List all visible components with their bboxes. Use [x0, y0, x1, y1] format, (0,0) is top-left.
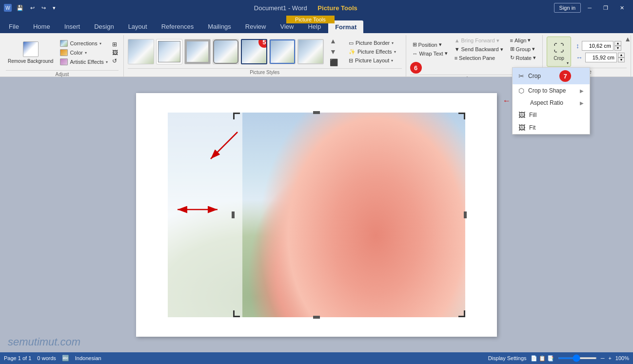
crop-to-shape-menu-item[interactable]: ⬡ Crop to Shape ▶: [513, 84, 590, 97]
styles-up-button[interactable]: ▲: [328, 36, 340, 46]
tab-format[interactable]: Format: [328, 20, 363, 34]
undo-qat-button[interactable]: ↩: [28, 4, 37, 12]
height-icon: ↕: [576, 42, 579, 50]
crop-handle-top-left[interactable]: [233, 113, 240, 119]
save-qat-button[interactable]: 💾: [15, 4, 25, 12]
style-thumb-6[interactable]: [269, 39, 296, 64]
customize-qat-button[interactable]: ▾: [51, 4, 58, 12]
styles-more-button[interactable]: ⬛: [328, 57, 340, 67]
style-thumb-7[interactable]: [297, 39, 324, 64]
corrections-dropdown-icon: ▾: [99, 41, 101, 46]
crop-handle-bottom-middle[interactable]: [313, 316, 320, 319]
rotate-button[interactable]: ↻ Rotate ▾: [508, 54, 538, 62]
picture-effects-dropdown-icon: ▾: [394, 50, 396, 54]
selection-pane-button[interactable]: ≡ Selection Pane: [452, 54, 506, 62]
sign-in-button[interactable]: Sign in: [554, 3, 581, 13]
tab-file[interactable]: File: [2, 20, 26, 33]
picture-effects-label: Picture Effects: [357, 49, 392, 55]
zoom-slider[interactable]: [558, 357, 597, 359]
tab-layout[interactable]: Layout: [121, 20, 154, 33]
wrap-text-dropdown-icon: ▾: [445, 50, 448, 57]
close-button[interactable]: ✕: [615, 3, 629, 13]
tab-mailings[interactable]: Mailings: [201, 20, 238, 33]
height-increment-button[interactable]: ▲: [614, 41, 621, 46]
zoom-plus-icon[interactable]: +: [608, 355, 611, 361]
align-icon: ≡: [510, 38, 513, 43]
height-input[interactable]: [582, 41, 613, 51]
width-decrement-button[interactable]: ▼: [618, 57, 625, 62]
send-backward-button[interactable]: ▼ Send Backward ▾: [452, 45, 506, 54]
rotate-dropdown-icon: ▾: [533, 55, 536, 61]
picture-border-dropdown-icon: ▾: [392, 41, 394, 45]
status-bar-right: Display Settings 📄 📋 📑 ─ + 100%: [488, 355, 629, 362]
title-bar-left: W 💾 ↩ ↪ ▾: [4, 4, 58, 12]
tab-help[interactable]: Help: [301, 20, 328, 33]
picture-styles-grid: 5: [128, 39, 324, 64]
change-picture-icon: 🖼: [112, 49, 118, 56]
align-button[interactable]: ≡ Align ▾: [508, 36, 538, 44]
picture-effects-button[interactable]: ✨ Picture Effects ▾: [346, 48, 399, 56]
artistic-effects-dropdown-icon: ▾: [106, 60, 108, 64]
styles-down-button[interactable]: ▼: [328, 47, 340, 57]
style-thumb-5[interactable]: 5: [241, 39, 267, 64]
tab-home[interactable]: Home: [26, 20, 57, 33]
wrap-text-button[interactable]: ↔ Wrap Text ▾: [410, 49, 450, 57]
minimize-button[interactable]: ─: [583, 3, 596, 13]
color-button[interactable]: Color ▾: [57, 48, 110, 57]
collapse-ribbon-button[interactable]: ▲: [624, 35, 631, 43]
corrections-button[interactable]: Corrections ▾: [57, 39, 110, 48]
reset-picture-button[interactable]: ↺: [112, 57, 119, 65]
tab-review[interactable]: Review: [238, 20, 273, 33]
display-settings-button[interactable]: Display Settings: [488, 355, 527, 361]
group-dropdown-icon: ▾: [532, 46, 535, 52]
status-bar: Page 1 of 1 0 words 🔤 Indonesian Display…: [0, 352, 633, 364]
height-decrement-button[interactable]: ▼: [614, 46, 621, 51]
crop-handle-middle-right[interactable]: [464, 211, 467, 218]
tab-design[interactable]: Design: [87, 20, 120, 33]
corrections-label: Corrections: [70, 40, 97, 46]
tab-references[interactable]: References: [155, 20, 200, 33]
style-thumb-2[interactable]: [156, 39, 182, 64]
crop-dropdown-icon: ▾: [567, 61, 569, 65]
page-indicator: Page 1 of 1: [4, 355, 31, 361]
change-picture-button[interactable]: 🖼: [112, 49, 119, 57]
crop-menu-item[interactable]: ✂ Crop 7 ←: [513, 68, 590, 84]
fit-menu-item[interactable]: 🖼 Fit: [513, 121, 590, 134]
group-button[interactable]: ⊞ Group ▾: [508, 45, 538, 53]
tab-view[interactable]: View: [273, 20, 300, 33]
tab-insert[interactable]: Insert: [58, 20, 87, 33]
selection-pane-icon: ≡: [455, 55, 457, 61]
fill-menu-item[interactable]: 🖼 Fill: [513, 109, 590, 121]
width-input[interactable]: [585, 53, 617, 62]
bring-forward-button[interactable]: ▲ Bring Forward ▾: [452, 37, 506, 45]
crop-button[interactable]: ⛶ Crop ▾: [547, 37, 571, 67]
color-icon: [60, 49, 68, 56]
crop-handle-bottom-left[interactable]: [233, 310, 240, 317]
picture-border-icon: ▭: [349, 40, 354, 46]
width-increment-button[interactable]: ▲: [618, 53, 625, 57]
position-button[interactable]: ⊞ Position ▾: [410, 40, 450, 49]
crop-handle-top-middle[interactable]: [313, 111, 320, 114]
remove-background-icon: [23, 41, 39, 57]
remove-bg-label: Remove Background: [8, 58, 53, 64]
picture-layout-button[interactable]: ⊟ Picture Layout ▾: [346, 57, 399, 65]
crop-handle-bottom-right[interactable]: [458, 310, 465, 317]
step-7-badge: 7: [559, 70, 571, 82]
send-backward-icon: ▼: [455, 46, 460, 52]
restore-button[interactable]: ❐: [598, 3, 613, 13]
style-thumb-4[interactable]: [213, 39, 239, 64]
aspect-ratio-menu-item[interactable]: Aspect Ratio ▶: [513, 97, 590, 109]
style-thumb-3[interactable]: [184, 39, 211, 64]
crop-to-shape-label: Crop to Shape: [528, 87, 566, 94]
picture-border-button[interactable]: ▭ Picture Border ▾: [346, 39, 399, 47]
zoom-level: 100%: [615, 355, 629, 361]
crop-handle-top-right[interactable]: [458, 113, 465, 119]
style-thumb-1[interactable]: [128, 39, 154, 64]
ribbon-tabs: File Home Insert Design Layout Reference…: [0, 16, 633, 33]
compress-pictures-button[interactable]: ⊞: [112, 40, 119, 48]
artistic-effects-button[interactable]: Artistic Effects ▾: [57, 57, 110, 66]
crop-handle-middle-left[interactable]: [232, 211, 235, 218]
redo-qat-button[interactable]: ↪: [40, 4, 48, 12]
image-container[interactable]: [168, 113, 465, 317]
remove-background-button[interactable]: Remove Background: [6, 36, 55, 69]
